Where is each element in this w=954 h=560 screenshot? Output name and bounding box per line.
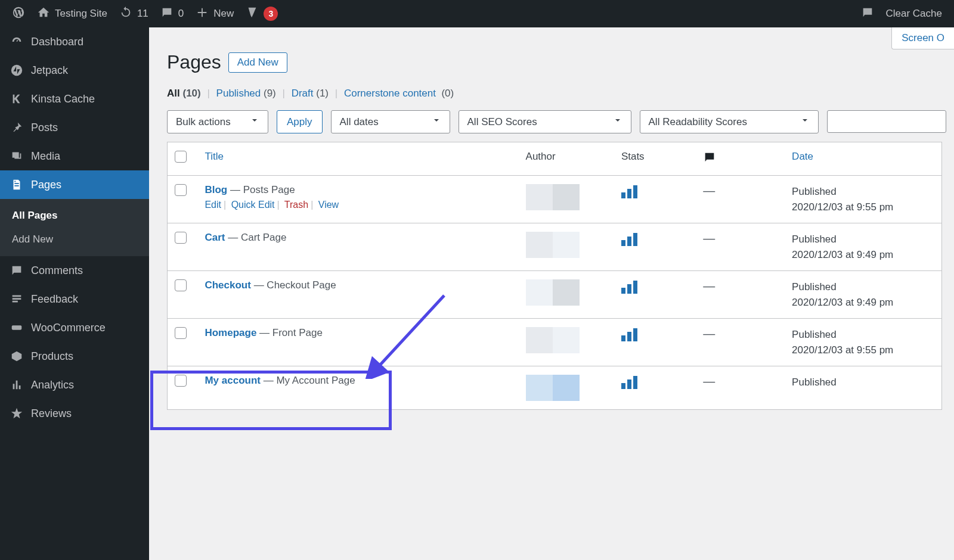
row-checkbox[interactable] xyxy=(175,327,187,339)
table-row: Checkout — Checkout Page — Published2020… xyxy=(168,271,942,319)
new-label: New xyxy=(213,8,234,20)
seo-scores-select[interactable]: All SEO Scores xyxy=(459,110,631,133)
row-title-link[interactable]: Cart xyxy=(205,232,225,243)
row-title-suffix: — Checkout Page xyxy=(251,279,336,291)
row-title-link[interactable]: Homepage xyxy=(205,327,256,338)
stats-bars-icon[interactable] xyxy=(621,279,689,294)
sidebar-label: Feedback xyxy=(31,293,78,306)
date-cell: Published xyxy=(792,375,934,390)
sidebar-item-comments[interactable]: Comments xyxy=(0,256,149,285)
chevron-down-icon xyxy=(613,116,622,128)
filter-published[interactable]: Published (9) xyxy=(216,88,276,99)
row-title-link[interactable]: Checkout xyxy=(205,279,250,291)
products-icon xyxy=(10,349,24,363)
table-row: Homepage — Front Page — Published2020/12… xyxy=(168,319,942,366)
admin-bar: Testing Site 11 0 New 3 Clear Cache xyxy=(0,0,954,27)
submenu-add-new[interactable]: Add New xyxy=(0,228,149,251)
author-cell xyxy=(526,327,580,353)
yoast-badge: 3 xyxy=(264,7,278,21)
row-actions: Edit| Quick Edit| Trash| View xyxy=(205,200,511,210)
screen-options-tab[interactable]: Screen O xyxy=(891,27,954,49)
comments-link[interactable]: 0 xyxy=(154,6,190,22)
comments-count: — xyxy=(703,327,715,340)
updates-link[interactable]: 11 xyxy=(113,6,154,22)
yoast-link[interactable]: 3 xyxy=(240,6,284,22)
wordpress-icon xyxy=(12,6,25,22)
comment-icon xyxy=(703,155,716,166)
col-stats: Stats xyxy=(614,142,696,176)
sidebar-item-feedback[interactable]: Feedback xyxy=(0,285,149,313)
refresh-icon xyxy=(119,6,132,22)
author-cell xyxy=(526,375,580,401)
comment-icon xyxy=(160,6,174,22)
submenu-all-pages[interactable]: All Pages xyxy=(0,204,149,228)
sidebar-label: Media xyxy=(31,150,60,163)
row-action-trash[interactable]: Trash xyxy=(284,200,308,210)
feedback-icon xyxy=(10,292,24,306)
chevron-down-icon xyxy=(800,116,810,128)
search-input[interactable] xyxy=(827,110,946,133)
admin-sidebar: Dashboard Jetpack Kinsta Cache Posts Med… xyxy=(0,27,149,560)
row-title-link[interactable]: Blog xyxy=(205,184,227,195)
sidebar-item-products[interactable]: Products xyxy=(0,342,149,371)
clear-cache-label: Clear Cache xyxy=(886,8,943,20)
sidebar-item-dashboard[interactable]: Dashboard xyxy=(0,27,149,56)
sidebar-label: Dashboard xyxy=(31,36,83,48)
comments-count: — xyxy=(703,184,715,197)
stats-bars-icon[interactable] xyxy=(621,375,689,389)
sidebar-item-jetpack[interactable]: Jetpack xyxy=(0,56,149,85)
clear-cache-link[interactable]: Clear Cache xyxy=(880,8,949,20)
plus-icon xyxy=(196,6,209,22)
row-title-link[interactable]: My account xyxy=(205,375,261,386)
row-checkbox[interactable] xyxy=(175,184,187,196)
filter-draft[interactable]: Draft (1) xyxy=(292,88,329,99)
yoast-icon xyxy=(246,6,259,22)
row-action-view[interactable]: View xyxy=(318,200,339,210)
stats-bars-icon[interactable] xyxy=(621,232,689,246)
add-new-button[interactable]: Add New xyxy=(228,52,287,73)
star-icon xyxy=(10,406,24,421)
filter-all[interactable]: All (10) xyxy=(167,88,201,99)
select-all-checkbox[interactable] xyxy=(175,151,187,163)
notices-link[interactable] xyxy=(855,6,880,22)
readability-select[interactable]: All Readability Scores xyxy=(640,110,819,133)
col-title[interactable]: Title xyxy=(197,142,518,176)
row-title-suffix: — Front Page xyxy=(256,327,323,338)
comments-count: — xyxy=(703,232,715,245)
sidebar-label: Analytics xyxy=(31,379,74,391)
chevron-down-icon xyxy=(250,116,259,128)
stats-bars-icon[interactable] xyxy=(621,327,689,341)
sidebar-item-reviews[interactable]: Reviews xyxy=(0,399,149,428)
svg-point-0 xyxy=(11,65,22,76)
author-cell xyxy=(526,232,580,258)
dashboard-icon xyxy=(10,35,24,49)
stats-bars-icon[interactable] xyxy=(621,184,689,198)
date-cell: Published2020/12/03 at 9:55 pm xyxy=(792,327,934,357)
dates-select[interactable]: All dates xyxy=(331,110,450,133)
table-row: My account — My Account Page — Published xyxy=(168,366,942,410)
filter-cornerstone[interactable]: Cornerstone content (0) xyxy=(344,88,454,99)
analytics-icon xyxy=(10,378,24,392)
date-cell: Published2020/12/03 at 9:49 pm xyxy=(792,279,934,310)
page-title: Pages xyxy=(167,51,221,73)
site-name: Testing Site xyxy=(55,8,107,20)
col-comments[interactable] xyxy=(696,142,785,176)
sidebar-item-kinsta[interactable]: Kinsta Cache xyxy=(0,85,149,113)
status-filter-links: All (10) | Published (9) | Draft (1) | C… xyxy=(167,88,942,99)
site-name-link[interactable]: Testing Site xyxy=(31,6,113,22)
sidebar-item-analytics[interactable]: Analytics xyxy=(0,371,149,399)
wp-logo[interactable] xyxy=(6,6,31,22)
sidebar-item-posts[interactable]: Posts xyxy=(0,113,149,142)
row-checkbox[interactable] xyxy=(175,279,187,291)
sidebar-item-pages[interactable]: Pages xyxy=(0,170,149,199)
row-action-quickedit[interactable]: Quick Edit xyxy=(231,200,275,210)
row-checkbox[interactable] xyxy=(175,375,187,387)
sidebar-item-woocommerce[interactable]: WooCommerce xyxy=(0,313,149,342)
col-date[interactable]: Date xyxy=(785,142,941,176)
bulk-actions-select[interactable]: Bulk actions xyxy=(167,110,268,133)
sidebar-item-media[interactable]: Media xyxy=(0,142,149,170)
new-content-link[interactable]: New xyxy=(190,6,240,22)
row-action-edit[interactable]: Edit xyxy=(205,200,221,210)
row-checkbox[interactable] xyxy=(175,232,187,244)
apply-button[interactable]: Apply xyxy=(277,110,323,133)
